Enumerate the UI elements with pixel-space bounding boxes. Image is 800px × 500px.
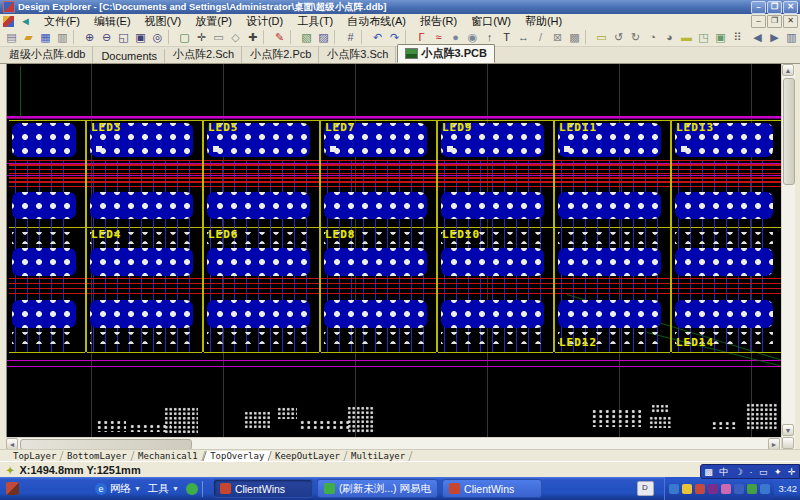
component-designator[interactable]: LED7	[325, 121, 356, 134]
task-button[interactable]: ClientWins	[442, 479, 542, 498]
component-designator[interactable]: LED9	[442, 121, 473, 134]
layer-tab-Mechanical1[interactable]: Mechanical1	[131, 451, 205, 461]
ime-logo-icon[interactable]: ▩	[704, 466, 713, 478]
menu-view[interactable]: 视图(V)	[138, 15, 189, 27]
tray-messenger-icon[interactable]	[669, 484, 679, 494]
menu-edit[interactable]: 编辑(E)	[87, 15, 138, 27]
scroll-up-icon[interactable]: ▲	[782, 64, 794, 76]
panel-toggle-icon[interactable]: ▥	[783, 29, 800, 45]
tray-shield-icon[interactable]	[760, 484, 770, 494]
component-designator[interactable]: LED11	[559, 121, 597, 134]
ime-lang-icon[interactable]: 中	[719, 466, 728, 478]
interactive-route-icon[interactable]: Γ	[413, 29, 430, 45]
doc-tab-小点阵2.Sch[interactable]: 小点阵2.Sch	[166, 46, 242, 63]
dropdown-caret-icon[interactable]: ▼	[134, 485, 141, 492]
menu-window[interactable]: 窗口(W)	[464, 15, 518, 27]
arrange-inside-icon[interactable]: ◔	[644, 29, 661, 45]
zoom-out-icon[interactable]: ⊖	[98, 29, 115, 45]
tray-network-icon[interactable]	[734, 484, 744, 494]
close-button[interactable]: ✕	[783, 1, 798, 14]
select-rect-icon[interactable]: ▭	[210, 29, 227, 45]
vertical-scrollbar[interactable]: ▲ ▼	[781, 64, 795, 449]
component-designator[interactable]: LED13	[676, 121, 714, 134]
zoom-selection-icon[interactable]: ◎	[149, 29, 166, 45]
pcb-canvas[interactable]: LED3LED4LED5LED6LED7LED8LED9LED10LED11LE…	[6, 64, 782, 437]
component-designator[interactable]: LED4	[91, 228, 122, 241]
zoom-in-icon[interactable]: ⊕	[81, 29, 98, 45]
component-designator[interactable]: LED3	[91, 121, 122, 134]
component-designator[interactable]: LED8	[325, 228, 356, 241]
led-module-column[interactable]: LED9LED10	[437, 120, 554, 352]
minimize-button[interactable]: –	[751, 1, 766, 14]
led-module-column[interactable]: LED3LED4	[86, 120, 203, 352]
maximize-button[interactable]: ❐	[767, 1, 782, 14]
ime-user-icon[interactable]: ✦	[774, 466, 782, 478]
add-library-icon[interactable]: ▨	[315, 29, 332, 45]
panels-icon[interactable]: ▤	[3, 29, 20, 45]
menu-tools[interactable]: 工具(T)	[290, 15, 340, 27]
edit-pencil-icon[interactable]: ✎	[271, 29, 288, 45]
layer-tab-MultiLayer[interactable]: MultiLayer	[344, 451, 412, 461]
toolbar-band-tools[interactable]: 工具	[148, 482, 169, 496]
menu-reports[interactable]: 报告(R)	[413, 15, 464, 27]
layer-tab-BottomLayer[interactable]: BottomLayer	[61, 451, 135, 461]
ime-mode-icon[interactable]: ☽	[735, 466, 743, 478]
move-object-icon[interactable]: ✛	[193, 29, 210, 45]
tray-media-icon[interactable]	[708, 484, 718, 494]
ime-language-bar[interactable]: ▩中☽·▭✦✛	[700, 464, 800, 479]
component-designator[interactable]: LED14	[676, 336, 714, 349]
led-module-column[interactable]: LED7LED8	[320, 120, 437, 352]
ime-punct-icon[interactable]: ·	[749, 466, 752, 478]
scroll-down-icon[interactable]: ▼	[782, 424, 794, 436]
next-document-icon[interactable]: ▶	[766, 29, 783, 45]
green-app-icon[interactable]	[186, 483, 198, 495]
layer-tab-KeepOutLayer[interactable]: KeepOutLayer	[268, 451, 347, 461]
place-track-icon[interactable]: ↑	[481, 29, 498, 45]
doc-tab-小点阵2.Pcb[interactable]: 小点阵2.Pcb	[243, 46, 319, 63]
doc-tab-超级小点阵.ddb[interactable]: 超级小点阵.ddb	[2, 46, 93, 63]
deselect-icon[interactable]: ◇	[227, 29, 244, 45]
dropdown-caret-icon[interactable]: ▼	[172, 485, 179, 492]
open-document-icon[interactable]: ▰	[20, 29, 37, 45]
doc-tab-Documents[interactable]: Documents	[94, 49, 165, 63]
component-designator[interactable]: LED6	[208, 228, 239, 241]
component-place-icon[interactable]: ◳	[695, 29, 712, 45]
place-dimension-icon[interactable]: ↔	[515, 29, 532, 45]
vertical-scroll-thumb[interactable]	[783, 78, 795, 185]
zoom-area-icon[interactable]: ◱	[115, 29, 132, 45]
doc-tab-小点阵3.Sch[interactable]: 小点阵3.Sch	[320, 46, 396, 63]
ime-softkeyboard-icon[interactable]: ▭	[759, 466, 768, 478]
menu-file[interactable]: 文件(F)	[37, 15, 87, 27]
prev-document-icon[interactable]: ◀	[749, 29, 766, 45]
child-minimize-button[interactable]: –	[751, 15, 766, 28]
layer-tab-TopLayer[interactable]: TopLayer	[6, 451, 64, 461]
undo-icon[interactable]: ↶	[369, 29, 386, 45]
tray-chat-icon[interactable]	[721, 484, 731, 494]
child-restore-button[interactable]: ❐	[767, 15, 782, 28]
ime-tools-icon[interactable]: ✛	[788, 466, 796, 478]
back-arrow-icon[interactable]: ◄	[20, 15, 31, 27]
component-designator[interactable]: LED5	[208, 121, 239, 134]
task-button[interactable]: (刷新未浏...) 网易电	[317, 479, 438, 498]
arrange-outside-icon[interactable]: ◕	[661, 29, 678, 45]
menu-design[interactable]: 设计(D)	[239, 15, 290, 27]
cursor-cross-icon[interactable]: ✚	[244, 29, 261, 45]
save-icon[interactable]: ▦	[37, 29, 54, 45]
menu-place[interactable]: 放置(P)	[188, 15, 239, 27]
menu-help[interactable]: 帮助(H)	[518, 15, 569, 27]
snap-grid-icon[interactable]: #	[342, 29, 359, 45]
room-define-icon[interactable]: ▬	[678, 29, 695, 45]
led-module-column[interactable]: LED13LED14	[671, 120, 782, 352]
component-designator[interactable]: LED10	[442, 228, 480, 241]
tray-flag-icon[interactable]	[695, 484, 705, 494]
redo-icon[interactable]: ↷	[386, 29, 403, 45]
tray-antivirus-icon[interactable]	[747, 484, 757, 494]
rotate-ccw-icon[interactable]: ↺	[610, 29, 627, 45]
interactive-place-icon[interactable]: ▣	[712, 29, 729, 45]
start-area-icon[interactable]	[6, 482, 19, 495]
place-room-icon[interactable]: ▭	[593, 29, 610, 45]
rotate-cw-icon[interactable]: ↻	[627, 29, 644, 45]
task-button[interactable]: ClientWins	[213, 479, 313, 498]
place-via-icon[interactable]: ◉	[464, 29, 481, 45]
print-icon[interactable]: ▥	[54, 29, 71, 45]
